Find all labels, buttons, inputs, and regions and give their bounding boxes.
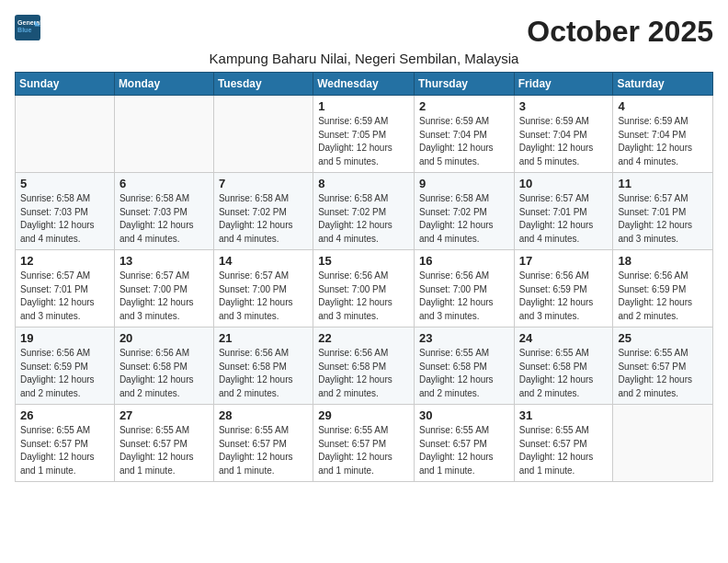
day-number: 18 — [618, 254, 708, 268]
day-info: Sunrise: 6:57 AM Sunset: 7:01 PM Dayligh… — [20, 270, 109, 323]
week-row-3: 12Sunrise: 6:57 AM Sunset: 7:01 PM Dayli… — [16, 250, 713, 327]
calendar-cell: 23Sunrise: 6:55 AM Sunset: 6:58 PM Dayli… — [414, 327, 514, 405]
day-number: 17 — [519, 254, 609, 268]
calendar-cell: 24Sunrise: 6:55 AM Sunset: 6:58 PM Dayli… — [514, 327, 613, 405]
day-number: 4 — [618, 99, 708, 113]
day-number: 22 — [318, 331, 409, 345]
calendar-cell: 11Sunrise: 6:57 AM Sunset: 7:01 PM Dayli… — [613, 173, 713, 250]
calendar-cell: 28Sunrise: 6:55 AM Sunset: 6:57 PM Dayli… — [213, 405, 313, 482]
day-number: 7 — [219, 177, 308, 190]
day-info: Sunrise: 6:56 AM Sunset: 6:58 PM Dayligh… — [119, 347, 209, 400]
day-info: Sunrise: 6:55 AM Sunset: 6:57 PM Dayligh… — [318, 424, 409, 477]
calendar-cell — [613, 405, 713, 482]
week-row-2: 5Sunrise: 6:58 AM Sunset: 7:03 PM Daylig… — [16, 173, 713, 250]
header-tuesday: Tuesday — [213, 73, 313, 96]
day-info: Sunrise: 6:56 AM Sunset: 6:59 PM Dayligh… — [618, 270, 708, 323]
calendar-cell — [16, 96, 115, 173]
day-info: Sunrise: 6:58 AM Sunset: 7:02 PM Dayligh… — [219, 192, 308, 246]
day-info: Sunrise: 6:55 AM Sunset: 6:57 PM Dayligh… — [419, 424, 509, 477]
month-title: October 2025 — [527, 15, 713, 49]
day-info: Sunrise: 6:56 AM Sunset: 7:00 PM Dayligh… — [419, 270, 509, 323]
day-number: 1 — [318, 99, 409, 113]
header-monday: Monday — [114, 73, 213, 96]
day-info: Sunrise: 6:56 AM Sunset: 7:00 PM Dayligh… — [318, 270, 409, 323]
day-number: 11 — [618, 177, 708, 190]
calendar-cell: 15Sunrise: 6:56 AM Sunset: 7:00 PM Dayli… — [313, 250, 415, 327]
calendar-cell: 20Sunrise: 6:56 AM Sunset: 6:58 PM Dayli… — [114, 327, 213, 405]
day-number: 25 — [618, 331, 708, 345]
day-info: Sunrise: 6:56 AM Sunset: 6:58 PM Dayligh… — [318, 347, 409, 400]
calendar-cell: 29Sunrise: 6:55 AM Sunset: 6:57 PM Dayli… — [313, 405, 415, 482]
day-number: 31 — [519, 408, 609, 422]
location-title: Kampung Baharu Nilai, Negeri Sembilan, M… — [15, 51, 713, 66]
calendar-table: SundayMondayTuesdayWednesdayThursdayFrid… — [15, 72, 713, 482]
calendar-cell: 2Sunrise: 6:59 AM Sunset: 7:04 PM Daylig… — [414, 96, 514, 173]
day-number: 9 — [419, 177, 509, 190]
day-info: Sunrise: 6:55 AM Sunset: 6:58 PM Dayligh… — [419, 347, 509, 400]
day-number: 6 — [119, 177, 209, 190]
day-number: 28 — [219, 408, 308, 422]
day-info: Sunrise: 6:59 AM Sunset: 7:05 PM Dayligh… — [318, 115, 409, 168]
day-number: 27 — [119, 408, 209, 422]
day-number: 3 — [519, 99, 609, 113]
calendar-cell: 14Sunrise: 6:57 AM Sunset: 7:00 PM Dayli… — [213, 250, 313, 327]
calendar-cell: 4Sunrise: 6:59 AM Sunset: 7:04 PM Daylig… — [613, 96, 713, 173]
calendar-cell: 25Sunrise: 6:55 AM Sunset: 6:57 PM Dayli… — [613, 327, 713, 405]
logo-icon: General Blue — [15, 15, 40, 40]
day-number: 29 — [318, 408, 409, 422]
week-row-1: 1Sunrise: 6:59 AM Sunset: 7:05 PM Daylig… — [16, 96, 713, 173]
svg-text:Blue: Blue — [17, 27, 31, 33]
week-row-4: 19Sunrise: 6:56 AM Sunset: 6:59 PM Dayli… — [16, 327, 713, 405]
calendar-cell: 7Sunrise: 6:58 AM Sunset: 7:02 PM Daylig… — [213, 173, 313, 250]
header-wednesday: Wednesday — [313, 73, 415, 96]
calendar-cell: 27Sunrise: 6:55 AM Sunset: 6:57 PM Dayli… — [114, 405, 213, 482]
week-row-5: 26Sunrise: 6:55 AM Sunset: 6:57 PM Dayli… — [16, 405, 713, 482]
calendar-cell: 13Sunrise: 6:57 AM Sunset: 7:00 PM Dayli… — [114, 250, 213, 327]
logo: General Blue — [15, 15, 44, 40]
day-info: Sunrise: 6:59 AM Sunset: 7:04 PM Dayligh… — [519, 115, 609, 168]
calendar-cell: 30Sunrise: 6:55 AM Sunset: 6:57 PM Dayli… — [414, 405, 514, 482]
day-info: Sunrise: 6:55 AM Sunset: 6:58 PM Dayligh… — [519, 347, 609, 400]
day-info: Sunrise: 6:55 AM Sunset: 6:57 PM Dayligh… — [119, 424, 209, 477]
calendar-cell: 16Sunrise: 6:56 AM Sunset: 7:00 PM Dayli… — [414, 250, 514, 327]
calendar-cell: 18Sunrise: 6:56 AM Sunset: 6:59 PM Dayli… — [613, 250, 713, 327]
calendar-cell: 31Sunrise: 6:55 AM Sunset: 6:57 PM Dayli… — [514, 405, 613, 482]
day-number: 10 — [519, 177, 609, 190]
day-info: Sunrise: 6:59 AM Sunset: 7:04 PM Dayligh… — [419, 115, 509, 168]
calendar-cell: 22Sunrise: 6:56 AM Sunset: 6:58 PM Dayli… — [313, 327, 415, 405]
day-info: Sunrise: 6:57 AM Sunset: 7:01 PM Dayligh… — [618, 192, 708, 246]
calendar-cell: 1Sunrise: 6:59 AM Sunset: 7:05 PM Daylig… — [313, 96, 415, 173]
day-info: Sunrise: 6:55 AM Sunset: 6:57 PM Dayligh… — [219, 424, 308, 477]
calendar-cell: 10Sunrise: 6:57 AM Sunset: 7:01 PM Dayli… — [514, 173, 613, 250]
day-info: Sunrise: 6:58 AM Sunset: 7:02 PM Dayligh… — [318, 192, 409, 246]
header-saturday: Saturday — [613, 73, 713, 96]
day-info: Sunrise: 6:55 AM Sunset: 6:57 PM Dayligh… — [20, 424, 109, 477]
calendar-cell: 12Sunrise: 6:57 AM Sunset: 7:01 PM Dayli… — [16, 250, 115, 327]
day-number: 16 — [419, 254, 509, 268]
day-number: 20 — [119, 331, 209, 345]
day-number: 24 — [519, 331, 609, 345]
day-number: 13 — [119, 254, 209, 268]
day-info: Sunrise: 6:56 AM Sunset: 6:59 PM Dayligh… — [519, 270, 609, 323]
day-info: Sunrise: 6:57 AM Sunset: 7:00 PM Dayligh… — [119, 270, 209, 323]
calendar-cell: 9Sunrise: 6:58 AM Sunset: 7:02 PM Daylig… — [414, 173, 514, 250]
day-info: Sunrise: 6:58 AM Sunset: 7:03 PM Dayligh… — [119, 192, 209, 246]
calendar-cell — [213, 96, 313, 173]
month-year-title: October 2025 — [527, 15, 713, 49]
day-number: 15 — [318, 254, 409, 268]
header-friday: Friday — [514, 73, 613, 96]
day-number: 30 — [419, 408, 509, 422]
calendar-cell — [114, 96, 213, 173]
calendar-cell: 19Sunrise: 6:56 AM Sunset: 6:59 PM Dayli… — [16, 327, 115, 405]
day-number: 5 — [20, 177, 109, 190]
day-number: 14 — [219, 254, 308, 268]
day-number: 12 — [20, 254, 109, 268]
day-info: Sunrise: 6:55 AM Sunset: 6:57 PM Dayligh… — [519, 424, 609, 477]
day-number: 8 — [318, 177, 409, 190]
day-info: Sunrise: 6:59 AM Sunset: 7:04 PM Dayligh… — [618, 115, 708, 168]
calendar-cell: 26Sunrise: 6:55 AM Sunset: 6:57 PM Dayli… — [16, 405, 115, 482]
calendar-header-row: SundayMondayTuesdayWednesdayThursdayFrid… — [16, 73, 713, 96]
day-number: 2 — [419, 99, 509, 113]
day-info: Sunrise: 6:57 AM Sunset: 7:00 PM Dayligh… — [219, 270, 308, 323]
header-thursday: Thursday — [414, 73, 514, 96]
